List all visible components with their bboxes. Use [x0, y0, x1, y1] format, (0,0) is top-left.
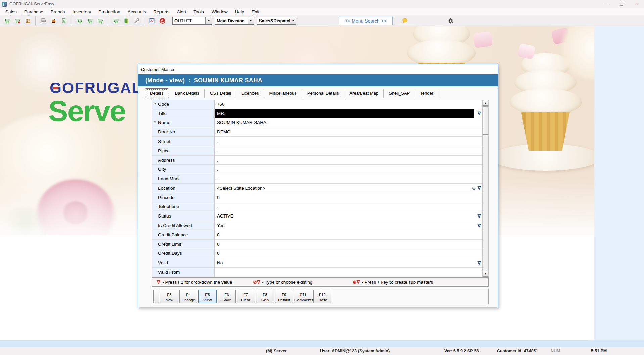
field-value-cell[interactable]: 0	[215, 240, 482, 249]
scroll-down-icon[interactable]: ▼	[483, 271, 488, 277]
tab[interactable]: Shell_SAP	[384, 89, 415, 98]
export-icon[interactable]	[59, 16, 68, 25]
tab[interactable]: Bank Details	[170, 89, 205, 98]
field-value-cell[interactable]: No ∇	[215, 258, 482, 267]
tab[interactable]: Tender	[415, 89, 439, 98]
tab[interactable]: Licences	[236, 89, 264, 98]
menu-item[interactable]: Purchase	[20, 8, 47, 16]
logo-wordmark: GOFRUGAL	[50, 79, 141, 97]
field-value-cell[interactable]: SOUMIN KUMAR SAHA	[215, 118, 482, 127]
field-value-cell[interactable]: <Select State Location> ⊕ ∇	[215, 184, 482, 193]
form-row: Street .	[152, 137, 482, 146]
tab[interactable]: Personal Details	[302, 89, 344, 98]
menu-item[interactable]: Accounts	[124, 8, 150, 16]
function-button[interactable]: F12 Close	[313, 290, 331, 303]
menu-item[interactable]: Window	[208, 8, 231, 16]
function-button[interactable]: F3 New	[160, 290, 178, 303]
tab[interactable]: Area/Beat Map	[344, 89, 384, 98]
dropdown-icon[interactable]: ∇	[478, 185, 481, 191]
shopping-bag-icon[interactable]	[49, 16, 58, 25]
function-button[interactable]: F11 Comments	[294, 290, 312, 303]
cart-delete-icon[interactable]	[13, 16, 22, 25]
field-label-cell: Door No	[152, 127, 215, 136]
field-value-cell[interactable]: 0	[215, 249, 482, 258]
customers-icon[interactable]	[23, 16, 32, 25]
cart-icon[interactable]	[111, 16, 120, 25]
report-chart-icon[interactable]	[147, 16, 156, 25]
menu-item[interactable]: Branch	[47, 8, 69, 16]
scrollbar-thumb[interactable]	[483, 106, 488, 135]
restore-icon[interactable]	[614, 0, 629, 8]
create-submaster-icon[interactable]: ⊕	[472, 185, 476, 191]
cart-icon[interactable]	[75, 16, 84, 25]
leaf-decoration	[0, 208, 50, 235]
spacer-button[interactable]	[153, 290, 159, 303]
field-value-cell[interactable]: .	[215, 174, 482, 183]
dropdown-icon[interactable]: ∇	[478, 111, 481, 116]
field-value: 0	[215, 240, 477, 249]
toolbar-separator	[35, 16, 36, 25]
dropdown-icon[interactable]: ∇	[478, 260, 481, 266]
gear-icon[interactable]	[446, 16, 455, 25]
field-value-cell[interactable]: MR. ∇	[215, 109, 482, 118]
field-label-cell: Street	[152, 137, 215, 146]
tab[interactable]: GST Detail	[205, 89, 236, 98]
function-button[interactable]: F8 Skip	[256, 290, 274, 303]
field-label: Is Credit Allowed	[158, 223, 192, 228]
function-button[interactable]: F4 Change	[179, 290, 197, 303]
power-icon[interactable]	[158, 16, 167, 25]
form-scrollbar[interactable]: ▲ ▼	[482, 100, 489, 277]
field-value-cell[interactable]: .	[215, 137, 482, 146]
cart-icon[interactable]	[2, 16, 11, 25]
function-label: Default	[278, 298, 290, 302]
field-value: <Select State Location>	[215, 184, 470, 193]
chat-bubble-icon[interactable]	[400, 16, 409, 25]
cart-icon[interactable]	[85, 16, 94, 25]
tab[interactable]: Details	[145, 88, 169, 98]
function-button[interactable]: F7 Clear	[237, 290, 255, 303]
chevron-down-icon[interactable]: ▼	[248, 17, 254, 24]
cart-icon[interactable]	[96, 16, 105, 25]
field-value-cell[interactable]: DEMO	[215, 127, 482, 136]
ledger-icon[interactable]	[122, 16, 131, 25]
wrench-icon[interactable]	[132, 16, 141, 25]
menu-item[interactable]: Production	[95, 8, 124, 16]
tab[interactable]: Miscellaneous	[264, 89, 302, 98]
function-button[interactable]: F5 View	[198, 290, 217, 303]
field-value-cell[interactable]: 760	[215, 100, 482, 109]
menu-item[interactable]: Alert	[173, 8, 190, 16]
scroll-up-icon[interactable]: ▲	[483, 100, 488, 106]
printer-icon[interactable]	[39, 16, 48, 25]
menu-search-input[interactable]	[339, 17, 393, 25]
function-button[interactable]: F9 Default	[275, 290, 293, 303]
form-row: Valid From	[152, 268, 482, 277]
minimize-icon[interactable]: —	[599, 0, 614, 8]
field-value-cell[interactable]: Yes ∇	[215, 221, 482, 230]
field-value-cell[interactable]: .	[215, 156, 482, 165]
menu-item[interactable]: Sales	[2, 8, 20, 16]
field-value-cell[interactable]: 0	[215, 193, 482, 202]
menu-item[interactable]: Help	[231, 8, 248, 16]
menu-item[interactable]: Reports	[150, 8, 173, 16]
menu-item[interactable]: Inventory	[69, 8, 95, 16]
field-value-cell[interactable]: 0	[215, 230, 482, 239]
field-value-cell[interactable]: ACTIVE ∇	[215, 211, 482, 221]
outlet-dropdown[interactable]: OUTLET ▼	[172, 17, 212, 25]
menu-item[interactable]: Exit	[248, 8, 263, 16]
chevron-down-icon[interactable]: ▼	[205, 17, 212, 24]
field-value-cell[interactable]: .	[215, 165, 482, 174]
type-or-choose-legend-icon: ⊘∇	[253, 279, 260, 285]
field-value-cell[interactable]: .	[215, 202, 482, 211]
function-button[interactable]: F6 Save	[218, 290, 236, 303]
chevron-down-icon[interactable]: ▼	[290, 17, 296, 24]
dropdown-icon[interactable]: ∇	[478, 223, 481, 228]
menu-item[interactable]: Tools	[190, 8, 208, 16]
close-icon[interactable]: ✕	[629, 0, 644, 8]
field-value-cell[interactable]	[215, 268, 482, 277]
field-value-cell[interactable]: .	[215, 146, 482, 155]
field-markers	[477, 146, 482, 155]
division-dropdown[interactable]: Main Division ▼	[215, 17, 254, 25]
sales-dispatch-dropdown[interactable]: Sales&DispatchH| ▼	[257, 17, 296, 25]
cream-swirl-decoration	[0, 114, 134, 228]
dropdown-icon[interactable]: ∇	[478, 213, 481, 219]
